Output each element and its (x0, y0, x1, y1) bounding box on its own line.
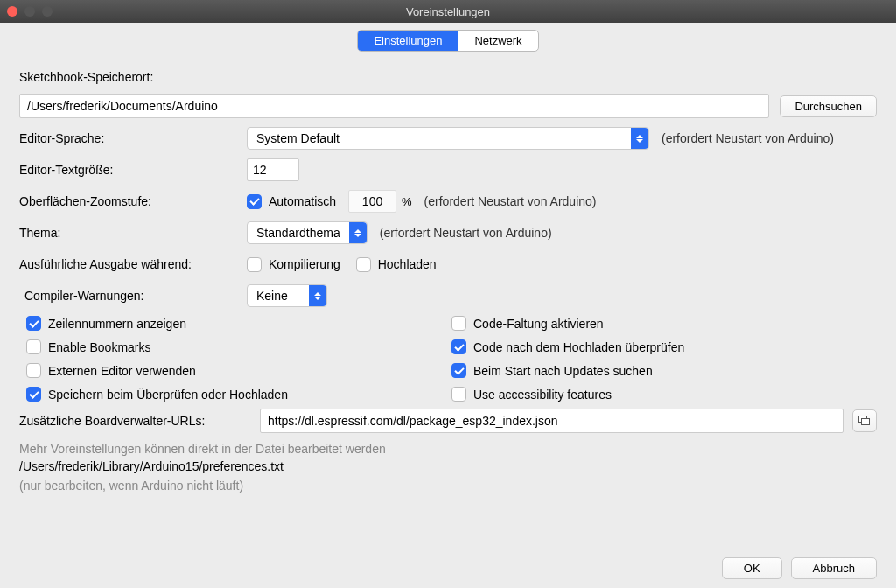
tab-network[interactable]: Netzwerk (458, 31, 537, 51)
accessibility-label: Use accessibility features (473, 388, 612, 402)
accessibility-checkbox[interactable] (452, 387, 466, 402)
verbose-compile-checkbox[interactable] (247, 257, 262, 272)
window-title: Voreinstellungen (0, 5, 896, 18)
sketchbook-path-input[interactable] (19, 94, 769, 118)
linenumbers-label: Zeilennummern anzeigen (48, 317, 186, 331)
updates-checkbox[interactable] (452, 363, 466, 378)
save-verify-label: Speichern beim Überprüfen oder Hochladen (48, 388, 288, 402)
verbose-upload-label: Hochladen (378, 257, 437, 271)
linenumbers-checkbox[interactable] (26, 316, 41, 331)
code-folding-checkbox[interactable] (452, 316, 466, 331)
theme-note: (erfordert Neustart von Arduino) (380, 226, 552, 240)
save-verify-checkbox[interactable] (26, 387, 41, 402)
window-stack-icon (858, 416, 871, 426)
label-fontsize: Editor-Textgröße: (19, 163, 247, 177)
segmented-tabs: Einstellungen Netzwerk (357, 30, 538, 52)
bookmarks-checkbox[interactable] (26, 340, 41, 354)
edit-only-note: (nur bearbeiten, wenn Arduino nicht läuf… (19, 479, 877, 493)
fontsize-input[interactable] (247, 158, 299, 181)
prefs-file-path[interactable]: /Users/frederik/Library/Arduino15/prefer… (19, 459, 877, 473)
code-folding-label: Code-Faltung aktivieren (473, 317, 604, 331)
more-prefs-hint: Mehr Voreinstellungen können direkt in d… (19, 442, 877, 456)
label-sketchbook: Sketchbook-Speicherort: (19, 70, 153, 84)
theme-value: Standardthema (248, 226, 349, 240)
label-verbose: Ausführliche Ausgabe während: (19, 257, 247, 271)
tab-bar: Einstellungen Netzwerk (0, 23, 896, 57)
language-value: System Default (248, 131, 631, 145)
language-note: (erfordert Neustart von Arduino) (662, 131, 834, 145)
language-select[interactable]: System Default (247, 127, 649, 150)
open-url-list-button[interactable] (852, 410, 877, 432)
theme-select[interactable]: Standardthema (247, 221, 368, 244)
browse-button[interactable]: Durchsuchen (780, 95, 877, 117)
zoom-value-input[interactable] (348, 190, 396, 213)
zoom-auto-checkbox[interactable] (247, 194, 262, 209)
zoom-note: (erfordert Neustart von Arduino) (424, 194, 597, 208)
chevron-updown-icon (309, 285, 326, 306)
bookmarks-label: Enable Bookmarks (48, 340, 151, 354)
warnings-value: Keine (248, 289, 309, 303)
verbose-compile-label: Kompilierung (269, 257, 340, 271)
zoom-auto-label: Automatisch (269, 194, 336, 208)
zoom-pct: % (402, 195, 412, 208)
warnings-select[interactable]: Keine (247, 284, 327, 307)
verify-upload-checkbox[interactable] (452, 340, 466, 354)
chevron-updown-icon (631, 128, 648, 149)
label-boards-url: Zusätzliche Boardverwalter-URLs: (19, 414, 260, 428)
ok-button[interactable]: OK (722, 557, 782, 579)
external-editor-checkbox[interactable] (26, 363, 41, 378)
updates-label: Beim Start nach Updates suchen (473, 364, 653, 378)
titlebar: Voreinstellungen (0, 0, 896, 23)
boards-url-input[interactable] (260, 409, 844, 433)
dialog-footer: OK Abbruch (722, 557, 877, 579)
chevron-updown-icon (349, 222, 367, 243)
label-zoom: Oberflächen-Zoomstufe: (19, 194, 247, 208)
external-editor-label: Externen Editor verwenden (48, 364, 196, 378)
label-warnings: Compiler-Warnungen: (19, 289, 247, 303)
label-language: Editor-Sprache: (19, 131, 247, 145)
label-theme: Thema: (19, 226, 247, 240)
verify-upload-label: Code nach dem Hochladen überprüfen (473, 340, 684, 354)
cancel-button[interactable]: Abbruch (791, 557, 877, 579)
tab-settings[interactable]: Einstellungen (358, 31, 458, 51)
verbose-upload-checkbox[interactable] (356, 257, 371, 272)
